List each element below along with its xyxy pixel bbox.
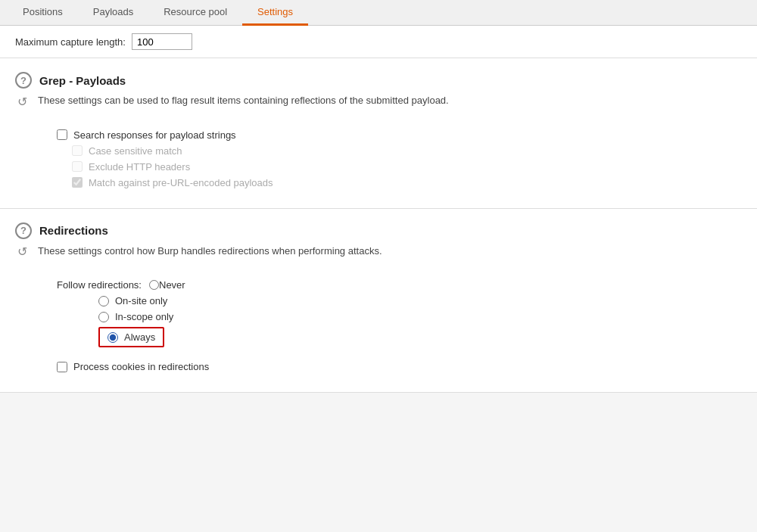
never-radio[interactable] [149, 280, 159, 290]
grep-payloads-reset-icon[interactable]: ↺ [14, 93, 30, 110]
sub-controls: Case sensitive match Exclude HTTP header… [72, 145, 742, 188]
on-site-label: On-site only [115, 295, 167, 306]
case-sensitive-checkbox[interactable] [72, 145, 83, 156]
always-row: Always [98, 327, 164, 347]
always-label: Always [124, 331, 155, 343]
capture-label: Maximum capture length: [15, 36, 126, 48]
grep-payloads-controls: Search responses for payload strings Cas… [57, 129, 742, 188]
tab-settings[interactable]: Settings [242, 0, 308, 26]
case-sensitive-row: Case sensitive match [72, 145, 742, 157]
redirections-help-icon[interactable]: ? [15, 222, 32, 239]
grep-payloads-header: ? Grep - Payloads [15, 72, 742, 89]
on-site-radio[interactable] [98, 296, 109, 306]
case-sensitive-label: Case sensitive match [89, 145, 182, 157]
grep-payloads-title: Grep - Payloads [39, 74, 126, 87]
redirections-title: Redirections [39, 224, 108, 237]
grep-payloads-desc: These settings can be used to flag resul… [38, 93, 449, 108]
capture-row: Maximum capture length: [0, 26, 757, 58]
redirections-section: ? Redirections ↺ These settings control … [0, 209, 757, 394]
search-responses-checkbox[interactable] [57, 129, 67, 140]
process-cookies-label: Process cookies in redirections [73, 361, 209, 372]
tab-positions[interactable]: Positions [8, 0, 78, 26]
exclude-http-label: Exclude HTTP headers [89, 161, 190, 173]
follow-label: Follow redirections: [57, 279, 142, 291]
match-pre-url-row: Match against pre-URL-encoded payloads [72, 177, 742, 188]
match-pre-url-checkbox[interactable] [72, 177, 83, 188]
redirections-header: ? Redirections [15, 222, 742, 239]
tab-payloads[interactable]: Payloads [78, 0, 148, 26]
exclude-http-row: Exclude HTTP headers [72, 161, 742, 173]
redirections-reset-icon[interactable]: ↺ [14, 244, 30, 260]
content-area: Maximum capture length: ? Grep - Payload… [0, 26, 757, 393]
in-scope-row: In-scope only [98, 311, 742, 322]
grep-payloads-section: ? Grep - Payloads ↺ These settings can b… [0, 58, 757, 209]
on-site-row: On-site only [98, 295, 742, 306]
follow-redirections-row: Follow redirections: Never [57, 279, 742, 291]
never-label: Never [159, 279, 185, 291]
tab-bar: Positions Payloads Resource pool Setting… [0, 0, 757, 26]
grep-payloads-help-icon[interactable]: ? [15, 72, 32, 89]
exclude-http-checkbox[interactable] [72, 161, 83, 172]
tab-resource-pool[interactable]: Resource pool [148, 0, 242, 26]
search-responses-row: Search responses for payload strings [57, 129, 742, 141]
process-cookies-checkbox[interactable] [57, 362, 67, 372]
capture-input[interactable] [132, 33, 192, 50]
match-pre-url-label: Match against pre-URL-encoded payloads [89, 177, 273, 188]
redirections-desc: These settings control how Burp handles … [38, 244, 382, 259]
in-scope-label: In-scope only [115, 311, 173, 322]
in-scope-radio[interactable] [98, 312, 109, 322]
always-radio[interactable] [107, 332, 118, 343]
process-cookies-row: Process cookies in redirections [57, 361, 742, 372]
search-responses-label: Search responses for payload strings [73, 129, 236, 141]
process-cookies-checkbox-row: Process cookies in redirections [57, 361, 742, 372]
